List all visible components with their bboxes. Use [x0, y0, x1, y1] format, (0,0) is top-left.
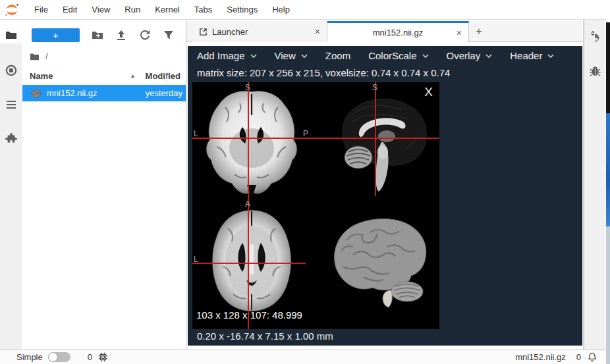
status-bar: Simple 0 mni152.nii.gz 0 [0, 350, 606, 364]
header-divider [22, 84, 186, 84]
breadcrumb-root[interactable]: / [45, 51, 48, 61]
orientation-label-superior-coronal: S [245, 83, 250, 92]
filter-button[interactable] [163, 29, 175, 41]
file-listing-header: Name ▲ Modified [30, 70, 183, 84]
dock-tab-bar: Launcher × mni152.nii.gz × + [186, 21, 582, 42]
chevron-down-icon [485, 54, 492, 58]
extension-manager-tab-icon[interactable] [5, 133, 17, 145]
menu-view[interactable]: View [84, 0, 117, 19]
close-tab-icon[interactable]: × [315, 26, 320, 37]
debugger-tab-icon[interactable] [589, 65, 601, 77]
simple-mode-label: Simple [16, 352, 43, 362]
chevron-down-icon [547, 54, 554, 58]
notifications-count: 0 [576, 352, 581, 362]
canvas-corner-label[interactable]: X [424, 85, 433, 99]
kernels-count: 0 [88, 352, 92, 362]
refresh-button[interactable] [139, 29, 151, 41]
statusbar-active-file[interactable]: mni152.nii.gz [515, 352, 566, 362]
position-readout: 0.20 x -16.74 x 7.15 x 1.00 mm [197, 330, 333, 342]
menu-add-image[interactable]: Add Image [197, 50, 257, 61]
file-row-selected[interactable]: mni152.nii.gz yesterday [22, 85, 186, 101]
chevron-down-icon [422, 54, 429, 58]
brain-3d-render [324, 211, 435, 317]
tab-mni152[interactable]: mni152.nii.gz × [327, 21, 469, 42]
new-folder-button[interactable] [92, 29, 103, 41]
menu-header[interactable]: Header [510, 50, 554, 61]
upload-button[interactable] [115, 29, 127, 41]
orientation-label-left-coronal: L [194, 129, 198, 138]
menu-help[interactable]: Help [265, 0, 297, 19]
file-modified: yesterday [146, 88, 182, 98]
menu-tabs[interactable]: Tabs [187, 0, 219, 19]
niivue-viewer-widget: Add Image View Zoom ColorScale Overlay H… [188, 46, 582, 346]
table-of-contents-tab-icon[interactable] [5, 99, 17, 111]
launcher-icon [199, 28, 208, 36]
breadcrumb: / [30, 51, 48, 61]
property-inspector-tab-icon[interactable] [588, 30, 601, 43]
menu-file[interactable]: File [27, 0, 55, 19]
kernel-chip-icon[interactable] [98, 352, 108, 362]
voxel-intensity-readout: 103 x 128 x 107: 48.999 [196, 309, 302, 321]
add-tab-button[interactable]: + [469, 21, 489, 42]
sagittal-slice-image [323, 91, 433, 198]
home-folder-icon[interactable] [30, 52, 40, 61]
main-menu-bar: File Edit View Run Kernel Tabs Settings … [0, 0, 606, 20]
chevron-down-icon [301, 54, 308, 58]
tab-label: mni152.nii.gz [373, 28, 424, 38]
toggle-knob [49, 353, 57, 361]
crosshair-horizontal-axial [192, 263, 306, 264]
nifti-file-icon [31, 88, 42, 99]
crosshair-horizontal-top [192, 138, 439, 139]
menu-kernel[interactable]: Kernel [148, 0, 187, 19]
chevron-down-icon [250, 54, 257, 58]
niivue-canvas[interactable]: S S L P A L X 103 x 128 x 107: 48.999 [192, 82, 439, 329]
file-browser-tab-icon[interactable] [5, 29, 17, 41]
close-tab-icon[interactable]: × [457, 28, 462, 38]
crosshair-vertical-sagittal [375, 82, 376, 196]
sort-ascending-icon[interactable]: ▲ [130, 72, 136, 79]
menu-settings[interactable]: Settings [219, 0, 265, 19]
menu-overlay[interactable]: Overlay [447, 50, 493, 61]
menu-run[interactable]: Run [117, 0, 148, 19]
app-logo-icon [5, 3, 19, 17]
menu-zoom[interactable]: Zoom [325, 50, 350, 61]
menu-edit[interactable]: Edit [55, 0, 84, 19]
menu-view[interactable]: View [275, 50, 308, 61]
matrix-info: matrix size: 207 x 256 x 215, voxelsize:… [188, 65, 582, 82]
column-divider [167, 71, 167, 83]
menu-colorscale[interactable]: ColorScale [368, 50, 428, 61]
tab-launcher[interactable]: Launcher × [192, 21, 327, 42]
orientation-label-left-axial: L [194, 255, 198, 264]
file-name: mni152.nii.gz [47, 88, 97, 98]
coronal-slice-image [199, 88, 304, 201]
running-sessions-tab-icon[interactable] [5, 65, 17, 76]
notifications-bell-icon[interactable] [588, 352, 597, 362]
file-browser-toolbar: + [22, 25, 186, 45]
tab-label: Launcher [212, 27, 248, 37]
column-header-modified[interactable]: Modified [146, 71, 180, 81]
simple-mode-toggle[interactable] [48, 352, 70, 362]
background-window-sliver [606, 0, 610, 364]
new-launcher-button[interactable]: + [32, 28, 80, 42]
column-header-name[interactable]: Name [30, 71, 53, 81]
viewer-toolbar: Add Image View Zoom ColorScale Overlay H… [188, 46, 582, 65]
axial-slice-image [202, 206, 302, 317]
orientation-label-anterior-axial: A [245, 199, 250, 209]
orientation-label-superior-sagittal: S [372, 83, 377, 92]
orientation-label-posterior-sagittal: P [303, 129, 308, 138]
